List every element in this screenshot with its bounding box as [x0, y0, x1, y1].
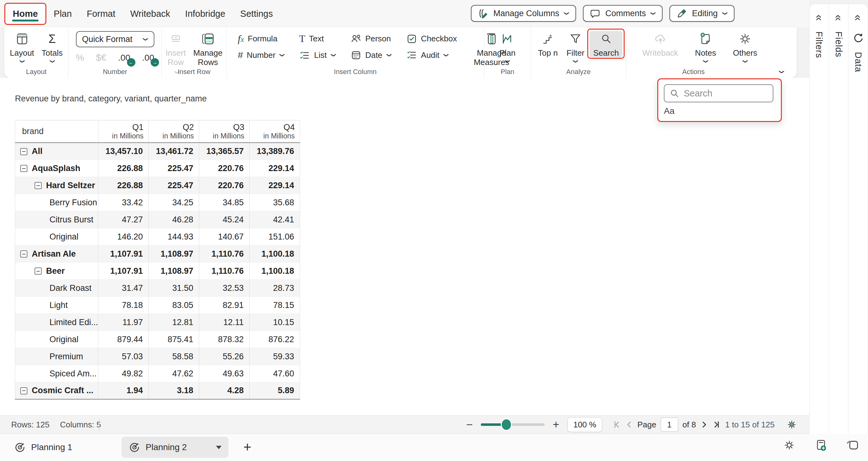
table-row[interactable]: Premium57.0358.5855.2659.33 — [15, 348, 300, 365]
value-cell[interactable]: 35.68 — [250, 194, 300, 211]
text-column-button[interactable]: T Text — [299, 33, 336, 44]
value-cell[interactable]: 49.82 — [98, 365, 149, 382]
checkbox-column-button[interactable]: Checkbox — [406, 33, 457, 44]
collapse-toggle-icon[interactable] — [20, 165, 27, 172]
top-n-button[interactable]: Top n — [534, 31, 562, 58]
value-cell[interactable]: 229.14 — [250, 160, 300, 177]
row-name-cell[interactable]: AquaSplash — [15, 160, 98, 177]
filters-panel-collapsed[interactable]: « Filters — [809, 4, 829, 434]
table-row[interactable]: Spiced Am...49.8247.6249.6347.60 — [15, 365, 300, 382]
decrease-decimal-button[interactable]: .00 ← — [118, 53, 130, 63]
table-row[interactable]: Cosmic Craft ...1.943.184.285.89 — [15, 382, 300, 399]
row-name-cell[interactable]: Original — [15, 331, 98, 348]
value-cell[interactable]: 49.63 — [199, 365, 250, 382]
row-name-cell[interactable]: Original — [15, 228, 98, 245]
row-name-cell[interactable]: Hard Seltzer — [15, 177, 98, 194]
table-row[interactable]: Beer1,107.911,108.971,110.761,100.18 — [15, 263, 300, 279]
value-cell[interactable]: 33.42 — [98, 194, 149, 211]
menu-item-writeback[interactable]: Writeback — [123, 4, 177, 24]
search-input-box[interactable] — [664, 84, 773, 102]
others-button[interactable]: Others — [729, 31, 761, 63]
next-page-button[interactable] — [700, 421, 708, 429]
row-name-cell[interactable]: Premium — [15, 348, 98, 365]
row-name-cell[interactable]: Artisan Ale — [15, 245, 98, 263]
value-cell[interactable]: 1.94 — [98, 382, 149, 399]
value-cell[interactable]: 11.97 — [98, 314, 149, 331]
value-cell[interactable]: 1,107.91 — [98, 245, 149, 263]
value-cell[interactable]: 1,100.18 — [250, 263, 300, 279]
value-cell[interactable]: 83.05 — [149, 297, 199, 314]
table-row[interactable]: Light78.1883.0582.9178.15 — [15, 297, 300, 314]
filter-button[interactable]: Filter — [563, 31, 588, 63]
expand-panel-chevron-icon[interactable]: « — [813, 14, 825, 21]
row-name-cell[interactable]: Cosmic Craft ... — [15, 382, 98, 399]
collapse-toggle-icon[interactable] — [35, 182, 42, 189]
zoom-level-button[interactable]: 100 % — [567, 417, 602, 432]
sheets-overview-icon[interactable] — [845, 438, 859, 452]
value-cell[interactable]: 12.11 — [199, 314, 250, 331]
percent-format-button[interactable]: % — [76, 52, 84, 63]
table-row[interactable]: Hard Seltzer226.88225.47220.76229.14 — [15, 177, 300, 194]
value-cell[interactable]: 45.24 — [199, 211, 250, 228]
add-sheet-button[interactable]: + — [243, 439, 251, 455]
value-cell[interactable]: 13,365.57 — [199, 143, 250, 160]
value-cell[interactable]: 1,107.91 — [98, 263, 149, 279]
comments-button[interactable]: Comments — [583, 5, 663, 22]
totals-button[interactable]: Σ Totals — [38, 31, 67, 63]
value-cell[interactable]: 144.93 — [149, 228, 199, 245]
page-number-input[interactable] — [661, 418, 678, 432]
value-cell[interactable]: 55.26 — [199, 348, 250, 365]
value-cell[interactable]: 151.06 — [250, 228, 300, 245]
value-cell[interactable]: 10.15 — [250, 314, 300, 331]
value-cell[interactable]: 875.41 — [149, 331, 199, 348]
row-name-cell[interactable]: Citrus Burst — [15, 211, 98, 228]
editing-mode-button[interactable]: Editing — [670, 5, 735, 22]
value-cell[interactable]: 13,461.72 — [149, 143, 199, 160]
value-cell[interactable]: 42.41 — [250, 211, 300, 228]
search-input[interactable] — [684, 88, 765, 99]
table-row[interactable]: Original146.20144.93140.67151.06 — [15, 228, 300, 245]
person-column-button[interactable]: Person — [350, 33, 392, 44]
collapse-toggle-icon[interactable] — [20, 387, 27, 394]
menu-item-format[interactable]: Format — [80, 4, 123, 24]
value-cell[interactable]: 1,110.76 — [199, 263, 250, 279]
zoom-out-button[interactable]: − — [466, 418, 473, 431]
value-cell[interactable]: 32.53 — [199, 279, 250, 297]
expand-panel-chevron-icon[interactable]: « — [833, 14, 844, 21]
value-cell[interactable]: 878.32 — [199, 331, 250, 348]
value-cell[interactable]: 5.89 — [250, 382, 300, 399]
value-cell[interactable]: 1,100.18 — [250, 245, 300, 263]
menu-item-home[interactable]: Home — [4, 3, 46, 25]
table-row[interactable]: Limited Edi...11.9712.8112.1110.15 — [15, 314, 300, 331]
plan-button[interactable]: Plan — [495, 31, 519, 63]
table-row[interactable]: AquaSplash226.88225.47220.76229.14 — [15, 160, 300, 177]
column-header-q3[interactable]: Q3 in Millions — [199, 120, 250, 143]
date-column-button[interactable]: Date — [350, 50, 392, 61]
table-settings-gear-icon[interactable] — [786, 419, 798, 430]
row-name-cell[interactable]: All — [15, 143, 98, 160]
search-button[interactable]: Search — [589, 31, 622, 58]
table-row[interactable]: Berry Fusion33.4234.2534.8535.68 — [15, 194, 300, 211]
value-cell[interactable]: 47.27 — [98, 211, 149, 228]
value-cell[interactable]: 225.47 — [149, 160, 199, 177]
value-cell[interactable]: 47.60 — [250, 365, 300, 382]
workbook-settings-gear-icon[interactable] — [783, 438, 796, 452]
menu-item-infobridge[interactable]: Infobridge — [178, 4, 233, 24]
value-cell[interactable]: 1,110.76 — [199, 245, 250, 263]
value-cell[interactable]: 220.76 — [199, 160, 250, 177]
column-header-brand[interactable]: brand — [15, 120, 98, 143]
collapse-toggle-icon[interactable] — [35, 267, 42, 275]
zoom-slider-thumb[interactable] — [502, 419, 511, 430]
value-cell[interactable]: 879.44 — [98, 331, 149, 348]
value-cell[interactable]: 226.88 — [98, 177, 149, 194]
collapse-toggle-icon[interactable] — [20, 148, 27, 155]
column-header-q4[interactable]: Q4 in Millions — [250, 120, 300, 143]
column-header-q1[interactable]: Q1 in Millions — [98, 120, 149, 143]
table-row[interactable]: Dark Roast31.4731.5032.5328.73 — [15, 279, 300, 297]
currency-format-button[interactable]: $€ — [96, 52, 106, 63]
row-name-cell[interactable]: Beer — [15, 263, 98, 279]
row-name-cell[interactable]: Berry Fusion — [15, 194, 98, 211]
value-cell[interactable]: 28.73 — [250, 279, 300, 297]
manage-columns-button[interactable]: Manage Columns — [471, 5, 576, 22]
first-page-button[interactable] — [613, 421, 621, 429]
